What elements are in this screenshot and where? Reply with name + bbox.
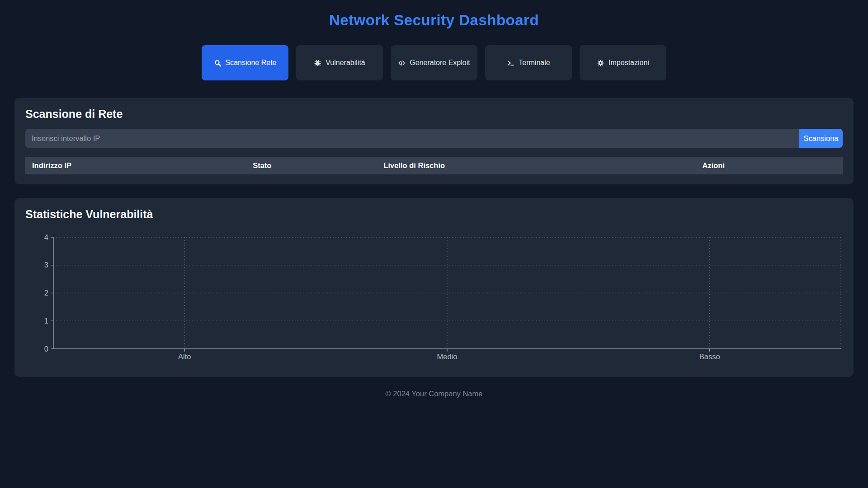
vulnerability-stats-card: Statistiche Vulnerabilità 01234AltoMedio… xyxy=(14,198,854,377)
scan-input-row: Scansiona xyxy=(25,129,843,148)
network-scan-card: Scansione di Rete Scansiona Indirizzo IP… xyxy=(14,98,854,184)
table-header-row: Indirizzo IP Stato Livello di Rischio Az… xyxy=(25,157,843,174)
y-tick-label: 1 xyxy=(44,317,48,325)
scan-card-title: Scansione di Rete xyxy=(25,108,843,121)
y-tick-label: 3 xyxy=(44,261,48,269)
page-title: Network Security Dashboard xyxy=(14,12,854,29)
vulnerability-chart: 01234AltoMedioBasso xyxy=(25,229,843,367)
tab-label: Vulnerabilità xyxy=(326,58,365,68)
stats-card-title: Statistiche Vulnerabilità xyxy=(25,208,843,221)
tab-label: Generatore Exploit xyxy=(410,58,470,68)
ip-range-input[interactable] xyxy=(25,129,799,148)
main-container: Network Security Dashboard Scansione Ret… xyxy=(0,12,868,398)
terminal-icon xyxy=(507,59,514,67)
y-tick-label: 4 xyxy=(44,233,48,241)
tab-label: Impostazioni xyxy=(609,58,649,68)
gear-icon xyxy=(597,59,604,67)
tab-scansione-rete[interactable]: Scansione Rete xyxy=(202,45,288,80)
footer-copyright: © 2024 Your Company Name xyxy=(14,389,854,398)
x-tick-label: Basso xyxy=(699,352,720,361)
col-header-livello-di-rischio: Livello di Rischio xyxy=(377,157,695,174)
y-tick-label: 0 xyxy=(44,345,48,353)
scan-button[interactable]: Scansiona xyxy=(799,129,843,148)
code-icon xyxy=(398,59,406,67)
bug-icon xyxy=(314,59,321,67)
tab-label: Terminale xyxy=(519,58,550,68)
x-tick-label: Medio xyxy=(437,352,458,361)
tab-generatore-exploit[interactable]: Generatore Exploit xyxy=(391,45,477,80)
col-header-azioni: Azioni xyxy=(696,157,843,174)
main-nav: Scansione Rete Vulnerabilità xyxy=(14,45,854,80)
search-icon xyxy=(214,59,222,67)
tab-impostazioni[interactable]: Impostazioni xyxy=(580,45,666,80)
tab-vulnerabilita[interactable]: Vulnerabilità xyxy=(296,45,383,80)
tab-label: Scansione Rete xyxy=(226,58,277,68)
y-tick-label: 2 xyxy=(44,289,48,297)
tab-terminale[interactable]: Terminale xyxy=(485,45,572,80)
scan-results-table: Indirizzo IP Stato Livello di Rischio Az… xyxy=(25,157,843,174)
col-header-indirizzo-ip: Indirizzo IP xyxy=(25,157,246,174)
col-header-stato: Stato xyxy=(246,157,377,174)
x-tick-label: Alto xyxy=(178,352,191,361)
